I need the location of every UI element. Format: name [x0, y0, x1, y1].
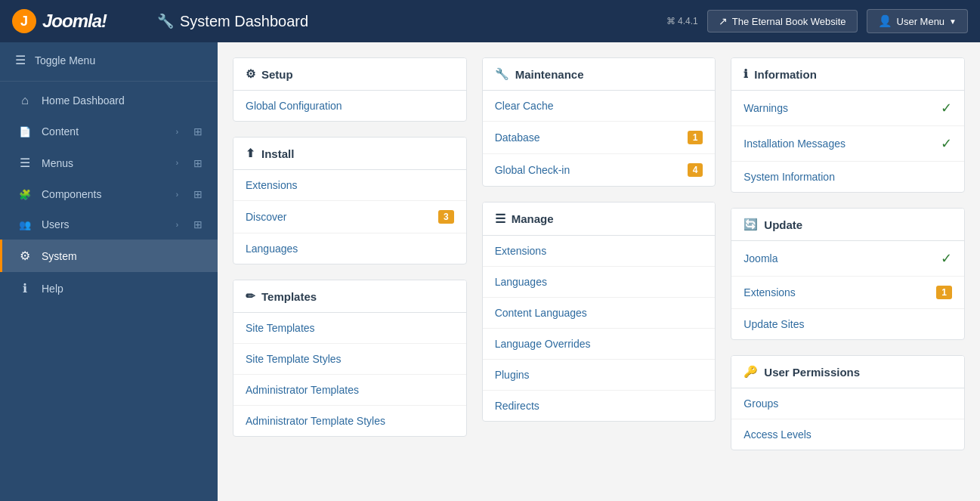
install-header: ⬆ Install — [233, 138, 466, 170]
grid-icon: ⊞ — [193, 218, 202, 230]
languages-install-link[interactable]: Languages — [246, 243, 298, 255]
discover-link[interactable]: Discover — [246, 211, 286, 223]
main-layout: ☰ Toggle Menu ⌂ Home Dashboard 📄 Content… — [0, 42, 980, 501]
site-templates-link[interactable]: Site Templates — [246, 322, 315, 334]
users-icon: 👥 — [17, 219, 32, 230]
information-panel: ℹ Information Warnings ✓ Installation Me… — [731, 57, 965, 193]
groups-link[interactable]: Groups — [744, 397, 778, 410]
sidebar-item-home-dashboard[interactable]: ⌂ Home Dashboard — [0, 85, 218, 116]
global-checkin-link[interactable]: Global Check-in — [495, 164, 570, 176]
language-overrides-link[interactable]: Language Overrides — [495, 338, 591, 350]
setup-header: ⚙ Setup — [233, 58, 466, 91]
sidebar-item-label: System — [42, 250, 202, 262]
warnings-link[interactable]: Warnings — [744, 102, 788, 114]
update-header: 🔄 Update — [731, 209, 964, 241]
sidebar-item-label: Home Dashboard — [42, 94, 202, 107]
languages-manage-item[interactable]: Languages — [483, 267, 716, 298]
main-content: ⚙ Setup Global Configuration ⬆ Install E… — [218, 42, 980, 501]
external-link-icon: ↗ — [719, 15, 728, 27]
sidebar-item-components[interactable]: 🧩 Components › ⊞ — [0, 179, 218, 209]
site-template-styles-item[interactable]: Site Template Styles — [233, 344, 466, 375]
site-link-button[interactable]: ↗ The Eternal Book Website — [707, 10, 858, 32]
content-icon: 📄 — [17, 126, 32, 138]
left-column: ⚙ Setup Global Configuration ⬆ Install E… — [233, 57, 467, 450]
chevron-right-icon: › — [176, 221, 178, 229]
information-icon: ℹ — [744, 67, 748, 81]
access-levels-item[interactable]: Access Levels — [731, 419, 964, 450]
groups-item[interactable]: Groups — [731, 388, 964, 419]
manage-header: ☰ Manage — [483, 203, 716, 236]
plugins-link[interactable]: Plugins — [495, 369, 530, 381]
update-panel: 🔄 Update Joomla ✓ Extensions 1 Update Si… — [731, 208, 965, 340]
plugins-item[interactable]: Plugins — [483, 360, 716, 391]
extensions-manage-item[interactable]: Extensions — [483, 236, 716, 267]
information-header: ℹ Information — [731, 58, 964, 91]
extensions-install-item[interactable]: Extensions — [233, 170, 466, 201]
installation-messages-item[interactable]: Installation Messages ✓ — [731, 126, 964, 162]
chevron-right-icon: › — [176, 190, 178, 199]
joomla-update-item[interactable]: Joomla ✓ — [731, 241, 964, 277]
system-information-link[interactable]: System Information — [744, 171, 835, 183]
sidebar-item-menus[interactable]: ☰ Menus › ⊞ — [0, 147, 218, 179]
extensions-update-item[interactable]: Extensions 1 — [731, 277, 964, 309]
admin-templates-link[interactable]: Administrator Templates — [246, 384, 359, 396]
extensions-update-badge: 1 — [936, 286, 952, 299]
global-checkin-item[interactable]: Global Check-in 4 — [483, 154, 716, 186]
topbar-actions: ⌘ 4.4.1 ↗ The Eternal Book Website 👤 Use… — [666, 9, 968, 33]
extensions-install-link[interactable]: Extensions — [246, 179, 297, 191]
discover-item[interactable]: Discover 3 — [233, 201, 466, 233]
user-permissions-panel: 🔑 User Permissions Groups Access Levels — [731, 355, 965, 450]
redirects-link[interactable]: Redirects — [495, 400, 539, 412]
warnings-check-icon: ✓ — [941, 100, 952, 116]
sidebar-item-toggle-menu[interactable]: ☰ Toggle Menu — [0, 42, 218, 78]
sidebar-item-help[interactable]: ℹ Help — [0, 272, 218, 305]
topbar: J Joomla! 🔧 System Dashboard ⌘ 4.4.1 ↗ T… — [0, 0, 980, 42]
admin-template-styles-item[interactable]: Administrator Template Styles — [233, 406, 466, 436]
sidebar-item-label: Help — [42, 283, 202, 295]
installation-messages-check-icon: ✓ — [941, 135, 952, 152]
global-configuration-link[interactable]: Global Configuration — [246, 100, 342, 112]
panels-grid: ⚙ Setup Global Configuration ⬆ Install E… — [233, 57, 965, 450]
access-levels-link[interactable]: Access Levels — [744, 428, 811, 441]
global-checkin-badge: 4 — [688, 163, 703, 177]
sidebar-item-system[interactable]: ⚙ System — [0, 240, 218, 272]
database-link[interactable]: Database — [495, 131, 540, 144]
manage-icon: ☰ — [495, 212, 505, 226]
key-icon: 🔑 — [744, 365, 758, 379]
update-sites-item[interactable]: Update Sites — [731, 309, 964, 339]
update-icon: 🔄 — [744, 218, 758, 231]
update-sites-link[interactable]: Update Sites — [744, 318, 804, 330]
site-templates-item[interactable]: Site Templates — [233, 313, 466, 344]
clear-cache-link[interactable]: Clear Cache — [495, 100, 554, 112]
admin-templates-item[interactable]: Administrator Templates — [233, 375, 466, 406]
sidebar: ☰ Toggle Menu ⌂ Home Dashboard 📄 Content… — [0, 42, 218, 501]
maintenance-header: 🔧 Maintenance — [483, 58, 716, 91]
grid-icon: ⊞ — [193, 188, 202, 200]
user-menu-button[interactable]: 👤 User Menu ▼ — [867, 9, 968, 33]
language-overrides-item[interactable]: Language Overrides — [483, 329, 716, 360]
templates-icon: ✏ — [246, 289, 255, 303]
sidebar-item-users[interactable]: 👥 Users › ⊞ — [0, 209, 218, 240]
templates-panel: ✏ Templates Site Templates Site Template… — [233, 280, 467, 437]
system-information-item[interactable]: System Information — [731, 162, 964, 192]
sidebar-item-content[interactable]: 📄 Content › ⊞ — [0, 116, 218, 147]
languages-manage-link[interactable]: Languages — [495, 276, 547, 288]
global-configuration-item[interactable]: Global Configuration — [233, 91, 466, 121]
languages-install-item[interactable]: Languages — [233, 233, 466, 264]
admin-template-styles-link[interactable]: Administrator Template Styles — [246, 415, 385, 427]
grid-icon: ⊞ — [193, 157, 202, 169]
redirects-item[interactable]: Redirects — [483, 391, 716, 421]
content-languages-item[interactable]: Content Languages — [483, 298, 716, 329]
content-languages-link[interactable]: Content Languages — [495, 307, 587, 319]
warnings-item[interactable]: Warnings ✓ — [731, 91, 964, 126]
database-item[interactable]: Database 1 — [483, 122, 716, 154]
chevron-right-icon: › — [176, 159, 178, 167]
installation-messages-link[interactable]: Installation Messages — [744, 138, 846, 150]
extensions-manage-link[interactable]: Extensions — [495, 245, 546, 257]
clear-cache-item[interactable]: Clear Cache — [483, 91, 716, 122]
sidebar-item-label: Components — [42, 188, 167, 200]
extensions-update-link[interactable]: Extensions — [744, 286, 795, 298]
joomla-update-link[interactable]: Joomla — [744, 252, 778, 264]
site-template-styles-link[interactable]: Site Template Styles — [246, 353, 342, 365]
joomla-logo[interactable]: J Joomla! — [12, 9, 148, 33]
